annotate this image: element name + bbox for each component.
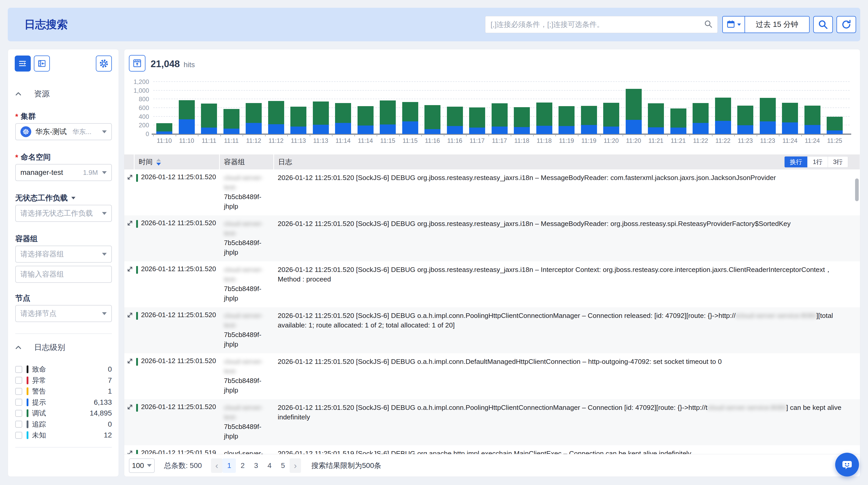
- page-number[interactable]: 1: [222, 458, 236, 473]
- histogram-bar[interactable]: [671, 108, 686, 134]
- histogram-bar[interactable]: [246, 103, 262, 134]
- histogram-bar[interactable]: [335, 103, 351, 134]
- resources-section-toggle[interactable]: 资源: [14, 89, 50, 99]
- histogram-bar[interactable]: [715, 98, 731, 134]
- collapse-panel-button[interactable]: [34, 56, 50, 71]
- x-axis-tick: [645, 134, 645, 136]
- x-axis-tick-label: 11:19: [555, 137, 578, 144]
- time-range-value[interactable]: 过去 15 分钟: [745, 17, 809, 33]
- histogram-bar[interactable]: [581, 106, 597, 134]
- refresh-button[interactable]: [836, 16, 856, 33]
- histogram-bar[interactable]: [156, 123, 172, 134]
- sort-toggle[interactable]: [156, 159, 161, 166]
- histogram-bar[interactable]: [559, 106, 575, 134]
- next-page-button[interactable]: ›: [289, 458, 301, 473]
- histogram-bar[interactable]: [469, 107, 485, 134]
- page-number[interactable]: 3: [249, 458, 263, 473]
- log-table-row: 2026-01-12 11:25:01.519 cloud-server- 20…: [124, 445, 860, 454]
- expand-row-button[interactable]: [124, 169, 134, 182]
- workload-select[interactable]: 请选择无状态工作负载: [15, 205, 112, 222]
- histogram-bar[interactable]: [827, 117, 843, 134]
- chevron-down-icon: [737, 24, 741, 26]
- histogram-bar[interactable]: [223, 109, 240, 134]
- histogram-bar[interactable]: [648, 103, 664, 134]
- x-axis-tick: [220, 134, 221, 136]
- expand-column-header: [124, 155, 134, 169]
- histogram-bar[interactable]: [358, 106, 374, 134]
- page-number[interactable]: 4: [263, 458, 276, 473]
- expand-row-button[interactable]: [124, 445, 134, 454]
- wrap-mode-button[interactable]: 1行: [807, 157, 828, 167]
- log-table-row: 2026-01-12 11:25:01.520 cloud-server-tes…: [124, 353, 860, 399]
- histogram-bar[interactable]: [760, 98, 776, 134]
- level-count: 7: [108, 376, 112, 385]
- log-level-section-toggle[interactable]: 日志级别: [14, 342, 65, 353]
- pod-select[interactable]: 请选择容器组: [15, 246, 112, 263]
- expand-row-button[interactable]: [124, 307, 134, 320]
- namespace-select[interactable]: manager-test 1.9M: [15, 164, 112, 181]
- settings-button[interactable]: [96, 56, 112, 71]
- bar-segment-debug: [804, 106, 820, 125]
- cluster-select[interactable]: ☸ 华东-测试 华东...: [15, 123, 112, 140]
- workload-label[interactable]: 无状态工作负载: [15, 193, 75, 203]
- histogram-bar[interactable]: [268, 101, 284, 134]
- histogram-bar[interactable]: [179, 100, 195, 134]
- expand-row-button[interactable]: [124, 215, 134, 228]
- expand-row-button[interactable]: [124, 399, 134, 412]
- level-count: 0: [108, 365, 112, 374]
- level-checkbox[interactable]: [15, 432, 22, 439]
- histogram-bar[interactable]: [313, 101, 329, 134]
- support-chat-button[interactable]: [835, 453, 859, 477]
- histogram-bar[interactable]: [425, 105, 440, 134]
- bar-segment-debug: [447, 107, 463, 126]
- time-cell: 2026-01-12 11:25:01.520: [134, 261, 220, 274]
- expand-row-button[interactable]: [124, 353, 134, 366]
- resources-section-label: 资源: [34, 89, 50, 99]
- log-list-view-button[interactable]: [15, 56, 31, 71]
- histogram-bar[interactable]: [380, 100, 396, 134]
- query-search-input[interactable]: [486, 21, 704, 29]
- x-axis-tick-label: 11:17: [489, 137, 511, 144]
- histogram-bar[interactable]: [492, 103, 507, 134]
- bar-segment-debug: [313, 101, 329, 125]
- page-number[interactable]: 2: [236, 458, 249, 473]
- y-axis-tick-label: 400: [125, 113, 149, 120]
- histogram-bar[interactable]: [514, 107, 530, 134]
- histogram-bar[interactable]: [402, 102, 418, 134]
- level-checkbox[interactable]: [15, 399, 22, 406]
- log-table-row: 2026-01-12 11:25:01.520 cloud-server-tes…: [124, 215, 860, 261]
- histogram-bar[interactable]: [737, 106, 753, 134]
- log-text-segment: 7b5cb8489f-: [224, 423, 261, 430]
- collapse-chart-button[interactable]: [129, 55, 146, 71]
- histogram-bar[interactable]: [447, 107, 463, 134]
- prev-page-button[interactable]: ‹: [211, 458, 222, 473]
- expand-row-button[interactable]: [124, 261, 134, 274]
- histogram-bar[interactable]: [201, 103, 217, 134]
- level-count: 0: [108, 420, 112, 428]
- level-checkbox[interactable]: [15, 410, 22, 417]
- histogram-bar[interactable]: [536, 102, 552, 134]
- histogram-bar[interactable]: [626, 89, 642, 134]
- level-checkbox[interactable]: [15, 388, 22, 395]
- vertical-scrollbar[interactable]: [855, 179, 859, 201]
- level-checkbox[interactable]: [15, 421, 22, 428]
- redacted-text: test-: [224, 275, 237, 283]
- histogram-bar[interactable]: [804, 106, 820, 134]
- level-checkbox[interactable]: [15, 377, 22, 384]
- search-button[interactable]: [813, 16, 833, 33]
- wrap-mode-button[interactable]: 3行: [828, 157, 848, 167]
- histogram-bar[interactable]: [603, 103, 619, 134]
- chevron-down-icon: [147, 464, 152, 467]
- calendar-dropdown-button[interactable]: [723, 17, 745, 33]
- search-icon: [818, 20, 828, 30]
- histogram-bar[interactable]: [692, 103, 709, 134]
- level-checkbox[interactable]: [15, 366, 22, 373]
- pod-input[interactable]: 请输入容器组: [15, 266, 112, 283]
- wrap-mode-button[interactable]: 换行: [784, 157, 807, 167]
- page-size-select[interactable]: 100: [129, 458, 155, 473]
- node-select[interactable]: 请选择节点: [15, 305, 112, 322]
- histogram-bar[interactable]: [290, 107, 306, 134]
- page-number[interactable]: 5: [276, 458, 289, 473]
- log-timestamp: 2026-01-12 11:25:01.520: [141, 173, 216, 181]
- histogram-bar[interactable]: [782, 103, 798, 134]
